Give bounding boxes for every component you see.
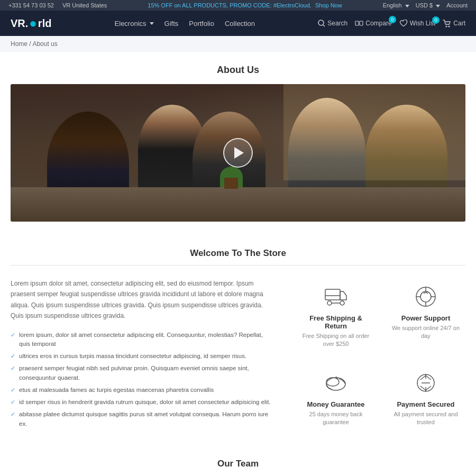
compare-action[interactable]: 0 Compare — [355, 19, 391, 28]
logo[interactable]: VR.●rld — [11, 16, 51, 31]
cart-icon — [443, 20, 451, 28]
checklist-item: ultrices eros in cursus turpis massa tin… — [11, 350, 275, 362]
account-link[interactable]: Account — [446, 2, 468, 8]
checklist-item: lorem ipsum, dolor sit amet consectetur … — [11, 329, 275, 351]
shipping-desc: Free Shipping on all order over $250 — [301, 332, 370, 349]
checklist-item: id semper risus in hendrerit gravida rut… — [11, 396, 275, 408]
breadcrumb-current: About us — [32, 40, 57, 48]
search-action[interactable]: Search — [318, 20, 347, 27]
nav-collection[interactable]: Collection — [225, 20, 255, 28]
breadcrumb-home[interactable]: Home — [11, 40, 28, 48]
team-section: Our Team Nile Hernandez CEO — [11, 443, 465, 476]
support-icon — [413, 283, 439, 310]
support-title: Power Support — [401, 314, 450, 322]
promo-bar: 15% OFF on ALL PRODUCTS, PROMO CODE: #El… — [148, 2, 342, 8]
welcome-text: Lorem ipsum dolor sit amet, consectetur … — [11, 278, 275, 322]
compare-badge: 0 — [389, 16, 396, 23]
video-container[interactable] — [11, 84, 465, 222]
main-content: About Us — [0, 52, 476, 476]
guarantee-desc: 25 days money back guarantee — [301, 410, 370, 427]
team-title: Our Team — [11, 459, 465, 469]
welcome-title: Welcome To The Store — [11, 248, 465, 266]
payment-title: Payment Secured — [397, 400, 454, 408]
svg-point-7 — [327, 301, 332, 305]
feature-guarantee: Money Guarantee 25 days money back guara… — [296, 364, 376, 432]
guarantee-icon — [323, 370, 349, 396]
breadcrumb: Home / About us — [0, 36, 476, 52]
play-button[interactable] — [223, 138, 253, 168]
top-bar: +331 54 73 03 52 VR United States 15% OF… — [0, 0, 476, 11]
welcome-left: Lorem ipsum dolor sit amet, consectetur … — [11, 278, 275, 432]
nav-gifts[interactable]: Gifts — [164, 20, 179, 28]
checklist: lorem ipsum, dolor sit amet consectetur … — [11, 329, 275, 430]
currency-selector[interactable]: USD $ — [416, 2, 440, 8]
feature-support: Power Support We support online 24/7 on … — [386, 278, 465, 354]
language-selector[interactable]: English — [383, 2, 409, 8]
nav-portfolio[interactable]: Portfolio — [189, 20, 214, 28]
svg-point-5 — [448, 26, 450, 27]
svg-rect-6 — [325, 289, 340, 300]
feature-shipping: Free Shipping & Return Free Shipping on … — [296, 278, 376, 354]
svg-point-4 — [446, 26, 447, 27]
welcome-features: Free Shipping & Return Free Shipping on … — [296, 278, 465, 432]
svg-point-0 — [318, 20, 324, 25]
video-background — [11, 84, 465, 222]
language-dropdown-arrow — [405, 5, 409, 7]
promo-text: 15% OFF on ALL PRODUCTS, PROMO CODE: #El… — [148, 2, 312, 8]
support-desc: We support online 24/7 on day — [391, 324, 460, 341]
header: VR.●rld Elecronics Gifts Portfolio Colle… — [0, 11, 476, 36]
currency-dropdown-arrow — [436, 5, 440, 7]
checklist-item: etus at malesuada fames ac turpis egesta… — [11, 384, 275, 396]
feature-payment: Payment Secured All payment secured and … — [386, 364, 465, 432]
header-actions: Search 0 Compare 0 Wish List — [318, 19, 465, 28]
svg-point-18 — [326, 378, 339, 386]
svg-rect-2 — [355, 21, 359, 25]
payment-icon — [413, 370, 439, 396]
svg-point-8 — [340, 301, 344, 305]
shipping-title: Free Shipping & Return — [301, 314, 370, 330]
location: VR United States — [62, 2, 107, 8]
main-nav: Elecronics Gifts Portfolio Collection — [115, 20, 255, 28]
welcome-section: Welcome To The Store Lorem ipsum dolor s… — [11, 237, 465, 443]
guarantee-title: Money Guarantee — [307, 400, 364, 408]
compare-icon — [355, 19, 363, 28]
breadcrumb-separator: / — [29, 40, 31, 48]
wishlist-action[interactable]: 0 Wish List — [399, 20, 436, 27]
svg-point-12 — [420, 291, 431, 302]
about-us-title: About Us — [11, 52, 465, 84]
welcome-content: Lorem ipsum dolor sit amet, consectetur … — [11, 278, 465, 432]
logo-dot: ● — [29, 16, 37, 31]
checklist-item: abitasse platee dictumst quisque sagitti… — [11, 408, 275, 430]
phone-number: +331 54 73 03 52 — [8, 2, 54, 8]
promo-cta[interactable]: Shop Now — [315, 2, 342, 8]
search-icon — [318, 20, 325, 27]
wishlist-badge: 0 — [432, 16, 440, 24]
svg-rect-3 — [360, 21, 363, 25]
heart-icon — [399, 20, 408, 27]
top-bar-right: English USD $ Account — [383, 2, 468, 8]
shipping-icon — [323, 283, 349, 310]
checklist-item: praesent semper feugiat nibh sed pulvina… — [11, 362, 275, 384]
payment-desc: All payment secured and trusted — [391, 410, 460, 427]
svg-line-1 — [323, 25, 325, 26]
cart-action[interactable]: Cart — [443, 20, 465, 28]
features-grid: Free Shipping & Return Free Shipping on … — [296, 278, 465, 432]
nav-electronics[interactable]: Elecronics — [115, 20, 154, 28]
electronics-dropdown-arrow — [150, 22, 154, 25]
top-bar-contact: +331 54 73 03 52 VR United States — [8, 2, 107, 8]
